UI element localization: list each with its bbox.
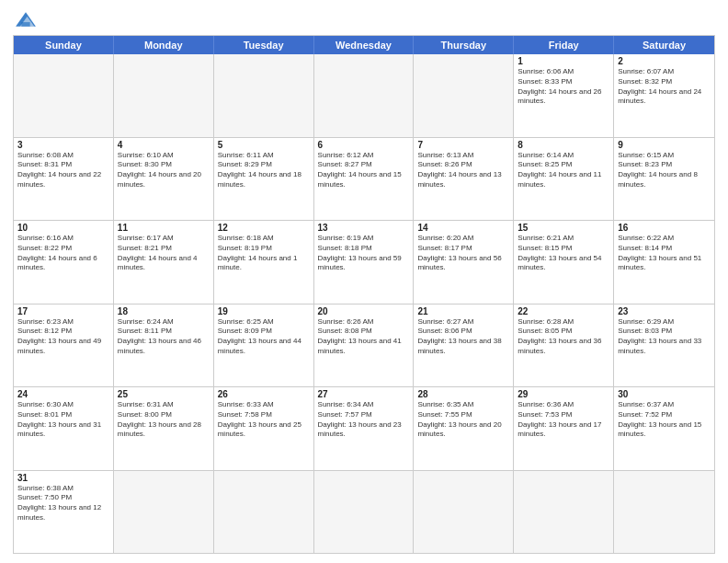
day-info: Sunrise: 6:14 AM Sunset: 8:25 PM Dayligh… <box>518 151 609 190</box>
calendar-cell: 13Sunrise: 6:19 AM Sunset: 8:18 PM Dayli… <box>314 221 415 304</box>
day-info: Sunrise: 6:33 AM Sunset: 7:58 PM Dayligh… <box>218 400 310 440</box>
calendar-cell: 18Sunrise: 6:24 AM Sunset: 8:11 PM Dayli… <box>114 304 214 387</box>
calendar-week-5: 31Sunrise: 6:38 AM Sunset: 7:50 PM Dayli… <box>14 470 714 554</box>
day-number: 6 <box>318 140 410 150</box>
day-number: 2 <box>618 56 711 66</box>
day-number: 15 <box>518 223 609 233</box>
calendar-cell: 15Sunrise: 6:21 AM Sunset: 8:15 PM Dayli… <box>514 221 614 304</box>
calendar-cell <box>414 54 514 137</box>
calendar-week-0: 1Sunrise: 6:06 AM Sunset: 8:33 PM Daylig… <box>14 54 714 137</box>
calendar-week-2: 10Sunrise: 6:16 AM Sunset: 8:22 PM Dayli… <box>14 220 714 304</box>
day-info: Sunrise: 6:21 AM Sunset: 8:15 PM Dayligh… <box>518 234 609 273</box>
calendar-cell <box>514 471 614 554</box>
day-number: 19 <box>218 306 310 316</box>
day-number: 4 <box>118 140 210 150</box>
day-number: 24 <box>17 389 109 399</box>
calendar-cell <box>114 471 214 554</box>
calendar-cell: 9Sunrise: 6:15 AM Sunset: 8:23 PM Daylig… <box>614 138 714 221</box>
calendar-cell <box>214 471 314 554</box>
day-number: 25 <box>118 389 210 399</box>
day-number: 18 <box>118 306 210 316</box>
day-info: Sunrise: 6:23 AM Sunset: 8:12 PM Dayligh… <box>17 317 109 357</box>
day-header-tuesday: Tuesday <box>214 36 314 54</box>
day-number: 8 <box>518 140 609 150</box>
calendar-cell: 11Sunrise: 6:17 AM Sunset: 8:21 PM Dayli… <box>114 221 214 304</box>
calendar-cell <box>114 54 214 137</box>
calendar-cell: 23Sunrise: 6:29 AM Sunset: 8:03 PM Dayli… <box>614 304 714 387</box>
day-number: 9 <box>618 140 711 150</box>
day-number: 28 <box>417 389 509 399</box>
day-header-monday: Monday <box>114 36 214 54</box>
calendar-week-3: 17Sunrise: 6:23 AM Sunset: 8:12 PM Dayli… <box>14 304 714 387</box>
calendar-header-row: SundayMondayTuesdayWednesdayThursdayFrid… <box>14 36 714 54</box>
day-header-saturday: Saturday <box>614 36 714 54</box>
day-info: Sunrise: 6:07 AM Sunset: 8:32 PM Dayligh… <box>618 67 711 107</box>
day-header-thursday: Thursday <box>414 36 514 54</box>
calendar-cell <box>314 471 415 554</box>
day-info: Sunrise: 6:22 AM Sunset: 8:14 PM Dayligh… <box>618 234 711 273</box>
calendar-cell <box>314 54 415 137</box>
calendar-week-4: 24Sunrise: 6:30 AM Sunset: 8:01 PM Dayli… <box>14 386 714 470</box>
day-info: Sunrise: 6:31 AM Sunset: 8:00 PM Dayligh… <box>118 400 210 440</box>
day-number: 12 <box>218 223 310 233</box>
calendar-cell: 22Sunrise: 6:28 AM Sunset: 8:05 PM Dayli… <box>514 304 614 387</box>
day-info: Sunrise: 6:08 AM Sunset: 8:31 PM Dayligh… <box>17 151 109 190</box>
day-number: 1 <box>518 56 609 66</box>
day-info: Sunrise: 6:28 AM Sunset: 8:05 PM Dayligh… <box>518 317 609 357</box>
calendar-cell: 6Sunrise: 6:12 AM Sunset: 8:27 PM Daylig… <box>314 138 415 221</box>
day-info: Sunrise: 6:20 AM Sunset: 8:17 PM Dayligh… <box>417 234 509 273</box>
day-number: 3 <box>17 140 109 150</box>
header <box>13 9 715 29</box>
day-info: Sunrise: 6:34 AM Sunset: 7:57 PM Dayligh… <box>318 400 410 440</box>
day-number: 27 <box>318 389 410 399</box>
day-info: Sunrise: 6:18 AM Sunset: 8:19 PM Dayligh… <box>218 234 310 273</box>
calendar-cell: 19Sunrise: 6:25 AM Sunset: 8:09 PM Dayli… <box>214 304 314 387</box>
day-number: 26 <box>218 389 310 399</box>
day-number: 30 <box>618 389 711 399</box>
day-number: 13 <box>318 223 410 233</box>
calendar-cell: 21Sunrise: 6:27 AM Sunset: 8:06 PM Dayli… <box>414 304 514 387</box>
day-info: Sunrise: 6:11 AM Sunset: 8:29 PM Dayligh… <box>218 151 310 190</box>
day-info: Sunrise: 6:29 AM Sunset: 8:03 PM Dayligh… <box>618 317 711 357</box>
calendar-cell: 31Sunrise: 6:38 AM Sunset: 7:50 PM Dayli… <box>14 471 114 554</box>
day-info: Sunrise: 6:37 AM Sunset: 7:52 PM Dayligh… <box>618 400 711 440</box>
svg-rect-2 <box>21 22 29 27</box>
calendar-cell: 25Sunrise: 6:31 AM Sunset: 8:00 PM Dayli… <box>114 387 214 470</box>
day-info: Sunrise: 6:25 AM Sunset: 8:09 PM Dayligh… <box>218 317 310 357</box>
day-number: 17 <box>17 306 109 316</box>
calendar-body: 1Sunrise: 6:06 AM Sunset: 8:33 PM Daylig… <box>14 54 714 553</box>
day-info: Sunrise: 6:30 AM Sunset: 8:01 PM Dayligh… <box>17 400 109 440</box>
day-number: 31 <box>17 473 109 483</box>
calendar-cell: 10Sunrise: 6:16 AM Sunset: 8:22 PM Dayli… <box>14 221 114 304</box>
day-info: Sunrise: 6:06 AM Sunset: 8:33 PM Dayligh… <box>518 67 609 107</box>
day-info: Sunrise: 6:12 AM Sunset: 8:27 PM Dayligh… <box>318 151 410 190</box>
day-info: Sunrise: 6:36 AM Sunset: 7:53 PM Dayligh… <box>518 400 609 440</box>
day-info: Sunrise: 6:27 AM Sunset: 8:06 PM Dayligh… <box>417 317 509 357</box>
calendar-cell: 29Sunrise: 6:36 AM Sunset: 7:53 PM Dayli… <box>514 387 614 470</box>
calendar-cell: 28Sunrise: 6:35 AM Sunset: 7:55 PM Dayli… <box>414 387 514 470</box>
calendar-cell <box>414 471 514 554</box>
day-info: Sunrise: 6:24 AM Sunset: 8:11 PM Dayligh… <box>118 317 210 357</box>
page: SundayMondayTuesdayWednesdayThursdayFrid… <box>0 0 728 563</box>
logo <box>13 9 42 29</box>
day-info: Sunrise: 6:13 AM Sunset: 8:26 PM Dayligh… <box>417 151 509 190</box>
day-header-sunday: Sunday <box>14 36 114 54</box>
day-number: 11 <box>118 223 210 233</box>
calendar-week-1: 3Sunrise: 6:08 AM Sunset: 8:31 PM Daylig… <box>14 137 714 221</box>
calendar-cell: 20Sunrise: 6:26 AM Sunset: 8:08 PM Dayli… <box>314 304 415 387</box>
day-number: 21 <box>417 306 509 316</box>
day-number: 22 <box>518 306 609 316</box>
calendar-cell: 5Sunrise: 6:11 AM Sunset: 8:29 PM Daylig… <box>214 138 314 221</box>
calendar-cell: 1Sunrise: 6:06 AM Sunset: 8:33 PM Daylig… <box>514 54 614 137</box>
calendar-cell: 4Sunrise: 6:10 AM Sunset: 8:30 PM Daylig… <box>114 138 214 221</box>
day-info: Sunrise: 6:17 AM Sunset: 8:21 PM Dayligh… <box>118 234 210 273</box>
day-number: 10 <box>17 223 109 233</box>
calendar-cell: 24Sunrise: 6:30 AM Sunset: 8:01 PM Dayli… <box>14 387 114 470</box>
calendar-cell: 3Sunrise: 6:08 AM Sunset: 8:31 PM Daylig… <box>14 138 114 221</box>
day-number: 5 <box>218 140 310 150</box>
day-info: Sunrise: 6:38 AM Sunset: 7:50 PM Dayligh… <box>17 484 109 523</box>
calendar-cell <box>14 54 114 137</box>
calendar-cell <box>614 471 714 554</box>
day-info: Sunrise: 6:26 AM Sunset: 8:08 PM Dayligh… <box>318 317 410 357</box>
day-info: Sunrise: 6:19 AM Sunset: 8:18 PM Dayligh… <box>318 234 410 273</box>
